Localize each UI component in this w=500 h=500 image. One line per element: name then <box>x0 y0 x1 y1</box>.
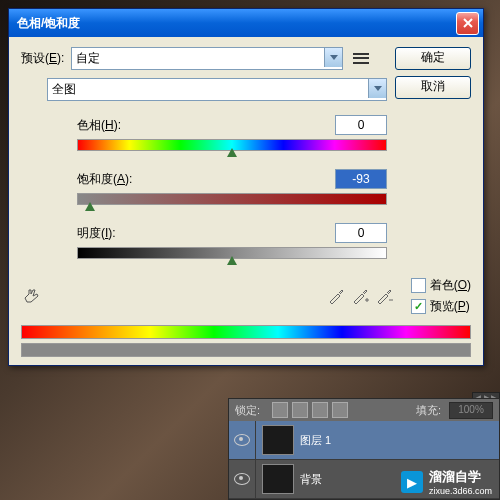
eye-icon <box>234 434 250 446</box>
preset-value: 自定 <box>76 50 100 67</box>
layer-row[interactable]: 图层 1 <box>229 421 499 460</box>
saturation-input[interactable]: -93 <box>335 169 387 189</box>
hue-input[interactable]: 0 <box>335 115 387 135</box>
eyedropper-add-icon[interactable] <box>351 287 369 305</box>
chevron-down-icon[interactable] <box>368 79 386 98</box>
layer-thumbnail <box>262 464 294 494</box>
saturation-thumb[interactable] <box>85 202 95 211</box>
preview-label: 预览(P) <box>430 298 470 315</box>
preset-menu-icon[interactable] <box>353 52 369 66</box>
colorize-label: 着色(O) <box>430 277 471 294</box>
lock-pixels-icon[interactable] <box>292 402 308 418</box>
eyedropper-icon[interactable] <box>327 287 345 305</box>
close-button[interactable] <box>456 12 479 35</box>
layer-thumbnail <box>262 425 294 455</box>
lightness-label: 明度(I): <box>77 225 116 242</box>
preview-checkbox[interactable]: ✓ <box>411 299 426 314</box>
dialog-title: 色相/饱和度 <box>13 15 456 32</box>
lock-all-icon[interactable] <box>332 402 348 418</box>
hue-saturation-dialog: 色相/饱和度 确定 取消 预设(E): 自定 全图 <box>8 8 484 366</box>
hue-slider[interactable] <box>77 139 387 151</box>
lock-label: 锁定: <box>235 403 260 418</box>
eye-icon <box>234 473 250 485</box>
chevron-down-icon[interactable] <box>324 48 342 67</box>
play-icon: ▶ <box>401 471 423 493</box>
layer-name: 图层 1 <box>300 433 331 448</box>
hue-label: 色相(H): <box>77 117 121 134</box>
spectrum-bar-top <box>21 325 471 339</box>
layer-name: 背景 <box>300 472 322 487</box>
channel-value: 全图 <box>52 81 76 98</box>
preset-select[interactable]: 自定 <box>71 47 343 70</box>
saturation-slider[interactable] <box>77 193 387 205</box>
fill-input[interactable]: 100% <box>449 402 493 419</box>
hand-tool-icon[interactable] <box>21 286 45 306</box>
preset-label: 预设(E): <box>21 50 71 67</box>
visibility-toggle[interactable] <box>229 460 256 498</box>
titlebar[interactable]: 色相/饱和度 <box>9 9 483 37</box>
lightness-slider[interactable] <box>77 247 387 259</box>
watermark-text: 溜溜自学 <box>429 468 492 486</box>
fill-label: 填充: <box>416 403 441 418</box>
ok-button[interactable]: 确定 <box>395 47 471 70</box>
eyedropper-subtract-icon[interactable] <box>375 287 393 305</box>
check-icon: ✓ <box>414 300 423 313</box>
saturation-label: 饱和度(A): <box>77 171 132 188</box>
lock-transparency-icon[interactable] <box>272 402 288 418</box>
spectrum-bar-bottom <box>21 343 471 357</box>
cancel-button[interactable]: 取消 <box>395 76 471 99</box>
visibility-toggle[interactable] <box>229 421 256 459</box>
lightness-thumb[interactable] <box>227 256 237 265</box>
lightness-input[interactable]: 0 <box>335 223 387 243</box>
channel-select[interactable]: 全图 <box>47 78 387 101</box>
watermark-url: zixue.3d66.com <box>429 486 492 496</box>
watermark: ▶ 溜溜自学 zixue.3d66.com <box>401 468 492 496</box>
layers-header: 锁定: 填充: 100% <box>229 399 499 421</box>
lock-position-icon[interactable] <box>312 402 328 418</box>
colorize-checkbox[interactable] <box>411 278 426 293</box>
hue-thumb[interactable] <box>227 148 237 157</box>
